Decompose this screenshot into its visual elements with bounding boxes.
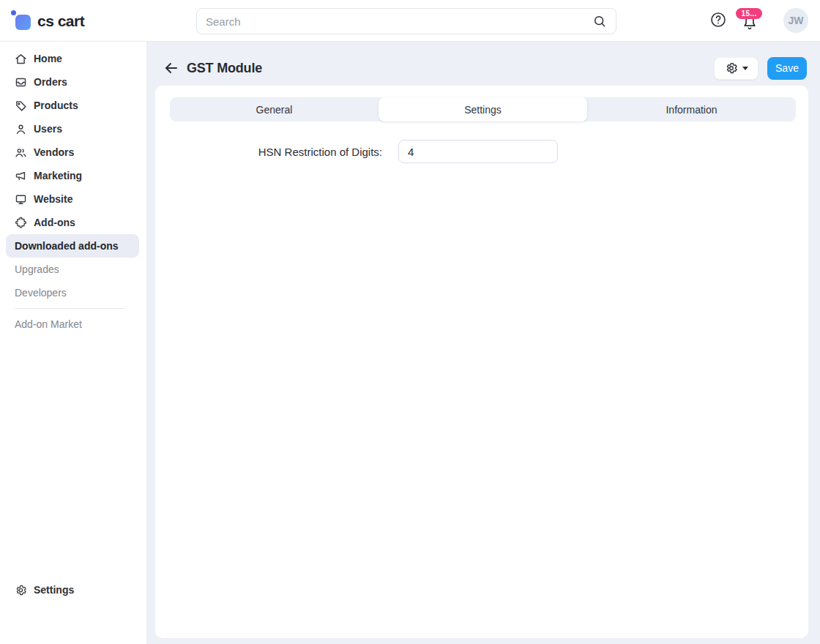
gear-icon bbox=[725, 61, 738, 75]
sidebar-item-label: Users bbox=[34, 123, 62, 135]
sidebar-item-downloaded-addons[interactable]: Downloaded add-ons bbox=[6, 234, 139, 258]
tab-general[interactable]: General bbox=[170, 97, 379, 121]
user-avatar[interactable]: JW bbox=[783, 8, 808, 33]
tab-information[interactable]: Information bbox=[587, 97, 796, 121]
search-input[interactable] bbox=[206, 15, 592, 28]
notification-count-badge: 15... bbox=[736, 8, 762, 19]
home-icon bbox=[15, 53, 27, 65]
notifications-button[interactable]: 15... bbox=[735, 10, 764, 32]
logo-text: cs cart bbox=[37, 12, 84, 30]
sidebar-item-addon-market[interactable]: Add-on Market bbox=[6, 312, 139, 336]
sidebar-item-orders[interactable]: Orders bbox=[0, 70, 146, 94]
sidebar-item-label: Upgrades bbox=[15, 263, 59, 275]
sidebar-item-users[interactable]: Users bbox=[0, 117, 146, 141]
sidebar-item-upgrades[interactable]: Upgrades bbox=[6, 258, 139, 281]
sidebar-item-label: Downloaded add-ons bbox=[15, 240, 119, 252]
search-icon[interactable] bbox=[592, 14, 607, 29]
help-icon[interactable] bbox=[709, 11, 727, 29]
sidebar-item-label: Settings bbox=[34, 584, 74, 596]
cscart-logo[interactable]: cs cart bbox=[11, 9, 84, 33]
sidebar-item-website[interactable]: Website bbox=[0, 187, 146, 211]
hsn-setting-row: HSN Restriction of Digits: bbox=[170, 139, 794, 164]
sidebar-item-label: Vendors bbox=[34, 146, 74, 158]
sidebar-item-label: Website bbox=[34, 193, 72, 205]
hsn-restriction-input[interactable] bbox=[398, 140, 558, 163]
sidebar-item-settings[interactable]: Settings bbox=[0, 578, 146, 602]
puzzle-icon bbox=[15, 217, 27, 229]
sidebar-item-developers[interactable]: Developers bbox=[6, 281, 139, 304]
sidebar-divider bbox=[15, 308, 124, 309]
page-title: GST Module bbox=[187, 61, 262, 76]
sidebar-item-label: Marketing bbox=[34, 170, 82, 181]
users-group-icon bbox=[15, 146, 27, 159]
back-arrow-icon[interactable] bbox=[163, 59, 180, 77]
global-search bbox=[196, 8, 616, 34]
tag-icon bbox=[15, 100, 27, 112]
page-header: GST Module Save bbox=[163, 56, 807, 80]
user-icon bbox=[15, 123, 27, 135]
content-card: General Settings Information HSN Restric… bbox=[155, 86, 808, 638]
tab-settings[interactable]: Settings bbox=[379, 97, 587, 121]
sidebar-item-label: Add-ons bbox=[34, 217, 75, 228]
sidebar-item-marketing[interactable]: Marketing bbox=[0, 164, 146, 187]
sidebar-item-home[interactable]: Home bbox=[0, 47, 146, 70]
save-button[interactable]: Save bbox=[767, 57, 807, 80]
topbar: cs cart 15... JW bbox=[0, 0, 820, 42]
sidebar-item-label: Add-on Market bbox=[15, 318, 82, 330]
sidebar-item-label: Products bbox=[34, 100, 78, 111]
cscart-logo-icon bbox=[11, 11, 31, 31]
sidebar-item-vendors[interactable]: Vendors bbox=[0, 141, 146, 164]
chevron-down-icon bbox=[742, 67, 748, 70]
hsn-restriction-label: HSN Restriction of Digits: bbox=[170, 146, 382, 158]
sidebar-item-products[interactable]: Products bbox=[0, 94, 146, 117]
main-content: GST Module Save General Settings Informa… bbox=[146, 42, 820, 644]
sidebar-item-label: Orders bbox=[34, 76, 67, 88]
monitor-icon bbox=[15, 193, 27, 206]
sidebar: Home Orders Products bbox=[0, 42, 146, 644]
sidebar-item-addons[interactable]: Add-ons bbox=[0, 211, 146, 234]
tab-bar: General Settings Information bbox=[170, 97, 796, 121]
gear-icon bbox=[15, 584, 27, 596]
sidebar-item-label: Home bbox=[34, 53, 62, 64]
sidebar-item-label: Developers bbox=[15, 287, 67, 299]
actions-dropdown-button[interactable] bbox=[714, 57, 758, 80]
megaphone-icon bbox=[15, 170, 27, 182]
orders-icon bbox=[15, 76, 27, 89]
